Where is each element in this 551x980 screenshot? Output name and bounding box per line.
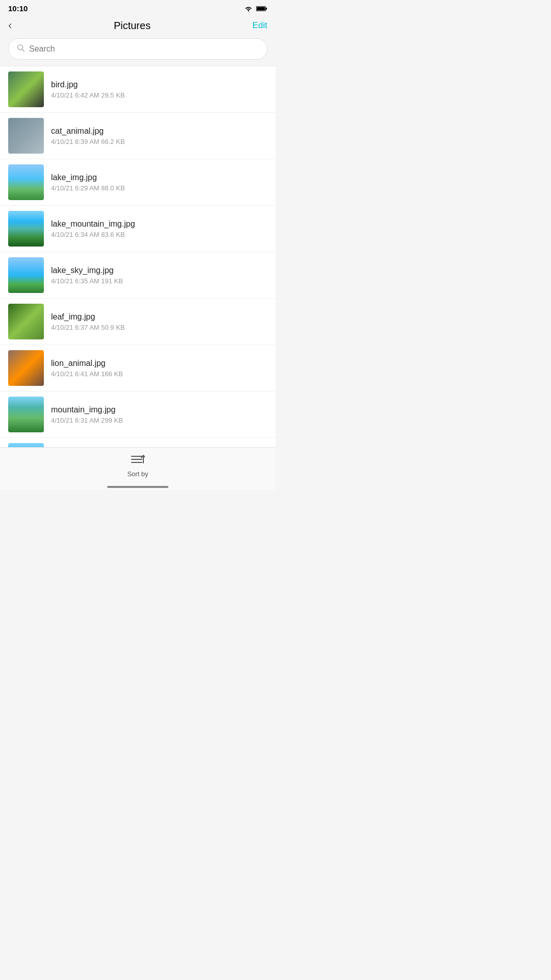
- svg-rect-2: [266, 7, 267, 9]
- list-item[interactable]: cat_animal.jpg 4/10/21 6:39 AM 66.2 KB: [0, 113, 276, 159]
- svg-point-0: [248, 10, 249, 11]
- file-meta: 4/10/21 6:42 AM 29.5 KB: [51, 91, 267, 99]
- file-name: lake_sky_img.jpg: [51, 266, 267, 275]
- file-list[interactable]: bird.jpg 4/10/21 6:42 AM 29.5 KB cat_ani…: [0, 66, 276, 447]
- file-meta: 4/10/21 6:34 AM 83.6 KB: [51, 231, 267, 238]
- sort-icon: [131, 454, 145, 468]
- file-meta: 4/10/21 6:41 AM 166 KB: [51, 370, 267, 378]
- file-name: cat_animal.jpg: [51, 127, 267, 136]
- list-item[interactable]: lake_img.jpg 4/10/21 6:29 AM 88.0 KB: [0, 159, 276, 206]
- file-info: lake_img.jpg 4/10/21 6:29 AM 88.0 KB: [51, 173, 267, 192]
- svg-point-4: [18, 45, 23, 50]
- file-info: cat_animal.jpg 4/10/21 6:39 AM 66.2 KB: [51, 127, 267, 145]
- file-thumbnail: [8, 304, 44, 339]
- status-icons: [244, 5, 267, 12]
- search-bar[interactable]: [8, 38, 267, 60]
- file-meta: 4/10/21 6:39 AM 66.2 KB: [51, 138, 267, 145]
- file-thumbnail: [8, 443, 44, 447]
- file-thumbnail: [8, 350, 44, 386]
- home-bar: [107, 486, 168, 488]
- list-item[interactable]: mountain_img.jpg 4/10/21 6:31 AM 299 KB: [0, 391, 276, 438]
- file-info: lion_animal.jpg 4/10/21 6:41 AM 166 KB: [51, 359, 267, 378]
- page-wrapper: 10:10 ‹ Pictures Edit: [0, 0, 276, 490]
- file-thumbnail: [8, 164, 44, 200]
- list-item[interactable]: lion_animal.jpg 4/10/21 6:41 AM 166 KB: [0, 345, 276, 391]
- file-thumbnail: [8, 257, 44, 293]
- file-thumbnail: [8, 211, 44, 247]
- sort-by-label: Sort by: [127, 470, 148, 478]
- file-name: bird.jpg: [51, 80, 267, 89]
- list-item[interactable]: bird.jpg 4/10/21 6:42 AM 29.5 KB: [0, 66, 276, 113]
- list-item[interactable]: lake_sky_img.jpg 4/10/21 6:35 AM 191 KB: [0, 252, 276, 299]
- battery-icon: [256, 5, 267, 12]
- list-item[interactable]: river_img.jpg 4/10/21 6:33 AM 144 KB: [0, 438, 276, 447]
- file-meta: 4/10/21 6:37 AM 50.9 KB: [51, 324, 267, 331]
- bottom-bar[interactable]: Sort by: [0, 447, 276, 482]
- file-thumbnail: [8, 397, 44, 432]
- file-name: lake_mountain_img.jpg: [51, 219, 267, 229]
- file-name: mountain_img.jpg: [51, 405, 267, 414]
- file-thumbnail: [8, 118, 44, 154]
- content-area: bird.jpg 4/10/21 6:42 AM 29.5 KB cat_ani…: [0, 66, 276, 447]
- search-bar-wrapper: [0, 38, 276, 66]
- wifi-icon: [244, 5, 253, 12]
- top-nav: ‹ Pictures Edit: [0, 15, 276, 38]
- file-name: lake_img.jpg: [51, 173, 267, 182]
- search-icon: [17, 44, 25, 54]
- svg-rect-3: [257, 7, 265, 10]
- file-meta: 4/10/21 6:31 AM 299 KB: [51, 416, 267, 424]
- file-meta: 4/10/21 6:35 AM 191 KB: [51, 277, 267, 285]
- file-thumbnail: [8, 71, 44, 107]
- file-meta: 4/10/21 6:29 AM 88.0 KB: [51, 184, 267, 192]
- file-info: leaf_img.jpg 4/10/21 6:37 AM 50.9 KB: [51, 312, 267, 331]
- status-bar: 10:10: [0, 0, 276, 15]
- list-item[interactable]: leaf_img.jpg 4/10/21 6:37 AM 50.9 KB: [0, 299, 276, 345]
- home-indicator: [0, 482, 276, 490]
- search-input[interactable]: [29, 44, 259, 54]
- list-item[interactable]: lake_mountain_img.jpg 4/10/21 6:34 AM 83…: [0, 206, 276, 252]
- file-info: lake_sky_img.jpg 4/10/21 6:35 AM 191 KB: [51, 266, 267, 285]
- edit-button[interactable]: Edit: [253, 20, 267, 31]
- svg-line-5: [22, 50, 24, 52]
- file-info: lake_mountain_img.jpg 4/10/21 6:34 AM 83…: [51, 219, 267, 238]
- file-info: bird.jpg 4/10/21 6:42 AM 29.5 KB: [51, 80, 267, 99]
- page-title: Pictures: [114, 20, 151, 32]
- file-name: leaf_img.jpg: [51, 312, 267, 322]
- back-button[interactable]: ‹: [8, 19, 12, 32]
- file-info: mountain_img.jpg 4/10/21 6:31 AM 299 KB: [51, 405, 267, 424]
- file-name: lion_animal.jpg: [51, 359, 267, 368]
- status-time: 10:10: [8, 4, 28, 13]
